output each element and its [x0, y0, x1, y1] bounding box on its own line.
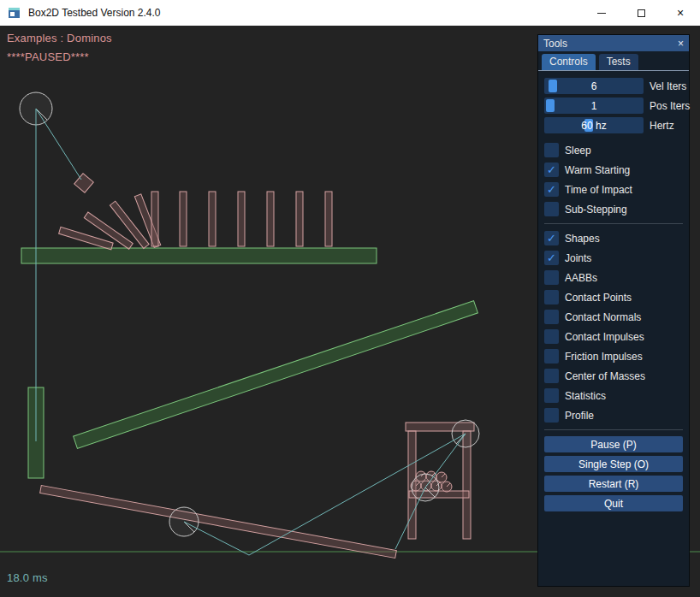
example-label: Examples : Dominos — [7, 32, 112, 44]
joints-checkbox[interactable]: ✓ — [544, 251, 559, 265]
check-icon: ✓ — [547, 164, 556, 175]
contact-normals-checkbox[interactable] — [544, 310, 559, 324]
profile-checkbox[interactable] — [544, 408, 559, 423]
app-icon — [8, 6, 21, 20]
statistics-checkbox[interactable] — [544, 388, 559, 403]
friction-impulses-label: Friction Impulses — [565, 351, 643, 363]
hertz-row: 60 hz Hertz — [544, 117, 683, 133]
checkbox-row-shapes: ✓ Shapes — [544, 230, 683, 246]
aabbs-label: AABBs — [565, 272, 597, 284]
check-icon: ✓ — [547, 233, 556, 244]
vel-iters-value: 6 — [544, 78, 644, 94]
pos-iters-row: 1 Pos Iters — [544, 98, 683, 114]
checkbox-row-center-of-masses: Center of Masses — [544, 368, 683, 384]
tab-controls[interactable]: Controls — [542, 54, 596, 70]
tools-panel: Tools × Controls Tests 6 Vel Iters 1 Pos… — [537, 34, 690, 587]
separator — [544, 429, 683, 430]
minimize-icon — [597, 13, 606, 14]
pos-iters-label: Pos Iters — [650, 100, 690, 112]
friction-impulses-checkbox[interactable] — [544, 349, 559, 364]
hinged-box[interactable] — [74, 174, 94, 193]
contact-impulses-label: Contact Impulses — [565, 331, 644, 343]
tools-panel-title: Tools — [543, 38, 567, 50]
contact-impulses-checkbox[interactable] — [544, 329, 559, 344]
checkbox-row-contact-normals: Contact Normals — [544, 309, 683, 325]
time-of-impact-checkbox[interactable]: ✓ — [544, 182, 559, 197]
tab-tests[interactable]: Tests — [599, 54, 638, 70]
checkbox-row-statistics: Statistics — [544, 387, 683, 404]
fallen-dominos[interactable] — [59, 194, 161, 250]
checkbox-row-contact-points: Contact Points — [544, 289, 683, 305]
maximize-button[interactable] — [621, 0, 661, 26]
box2d-testbed-window: { "window": { "title": "Box2D Testbed Ve… — [0, 0, 700, 597]
checkbox-row-time-of-impact: ✓ Time of Impact — [544, 181, 683, 198]
joints-label: Joints — [565, 252, 591, 264]
pause-button[interactable]: Pause (P) — [544, 436, 683, 452]
hertz-label: Hertz — [650, 120, 674, 132]
tools-panel-titlebar[interactable]: Tools × — [538, 35, 689, 51]
checkbox-row-profile: Profile — [544, 407, 683, 423]
aabbs-checkbox[interactable] — [544, 270, 559, 285]
contact-normals-label: Contact Normals — [565, 311, 641, 323]
statistics-label: Statistics — [565, 390, 606, 402]
shapes-label: Shapes — [565, 233, 600, 245]
close-button[interactable]: × — [661, 0, 700, 26]
quit-button[interactable]: Quit — [544, 495, 683, 511]
time-of-impact-label: Time of Impact — [565, 184, 632, 196]
warm-starting-label: Warm Starting — [565, 164, 630, 176]
center-of-masses-label: Center of Masses — [565, 370, 645, 382]
paused-label: ****PAUSED**** — [7, 50, 89, 63]
sleep-label: Sleep — [565, 145, 591, 157]
minimize-button[interactable] — [582, 0, 621, 26]
separator — [544, 223, 683, 224]
check-icon: ✓ — [547, 252, 556, 263]
window-title: Box2D Testbed Version 2.4.0 — [28, 7, 161, 19]
sleep-checkbox[interactable] — [544, 143, 559, 157]
checkbox-row-contact-impulses: Contact Impulses — [544, 328, 683, 345]
pos-iters-slider[interactable]: 1 — [544, 98, 644, 114]
tools-tabbar: Controls Tests — [538, 51, 689, 71]
restart-button[interactable]: Restart (R) — [544, 476, 683, 492]
pos-iters-value: 1 — [544, 98, 644, 114]
shapes-checkbox[interactable]: ✓ — [544, 231, 559, 245]
contact-points-label: Contact Points — [565, 292, 632, 304]
tools-body: 6 Vel Iters 1 Pos Iters 60 hz Hertz Slee… — [538, 71, 689, 511]
single-step-button[interactable]: Single Step (O) — [544, 456, 683, 472]
close-icon: × — [677, 7, 684, 19]
hertz-slider[interactable]: 60 hz — [544, 117, 644, 133]
contact-points-checkbox[interactable] — [544, 290, 559, 304]
window-titlebar[interactable]: Box2D Testbed Version 2.4.0 × — [0, 0, 700, 26]
sub-stepping-checkbox[interactable] — [544, 202, 559, 216]
vel-iters-slider[interactable]: 6 — [544, 78, 644, 94]
tools-close-icon[interactable]: × — [678, 38, 684, 49]
profile-label: Profile — [565, 410, 594, 422]
checkbox-row-sub-stepping: Sub-Stepping — [544, 201, 683, 217]
checkbox-row-joints: ✓ Joints — [544, 250, 683, 266]
maximize-icon — [638, 9, 645, 17]
static-shelf — [21, 248, 377, 263]
checkbox-row-aabbs: AABBs — [544, 269, 683, 286]
vel-iters-label: Vel Iters — [650, 80, 686, 92]
checkbox-row-friction-impulses: Friction Impulses — [544, 348, 683, 364]
sub-stepping-label: Sub-Stepping — [565, 204, 627, 216]
checkbox-row-sleep: Sleep — [544, 142, 683, 158]
hertz-value: 60 hz — [544, 117, 644, 133]
frame-time-label: 18.0 ms — [7, 571, 48, 584]
standing-dominos[interactable] — [151, 192, 332, 246]
warm-starting-checkbox[interactable]: ✓ — [544, 163, 559, 177]
checkbox-row-warm-starting: ✓ Warm Starting — [544, 162, 683, 178]
vel-iters-row: 6 Vel Iters — [544, 78, 683, 94]
center-of-masses-checkbox[interactable] — [544, 369, 559, 383]
check-icon: ✓ — [547, 184, 556, 195]
seesaw-plank[interactable] — [40, 485, 397, 558]
